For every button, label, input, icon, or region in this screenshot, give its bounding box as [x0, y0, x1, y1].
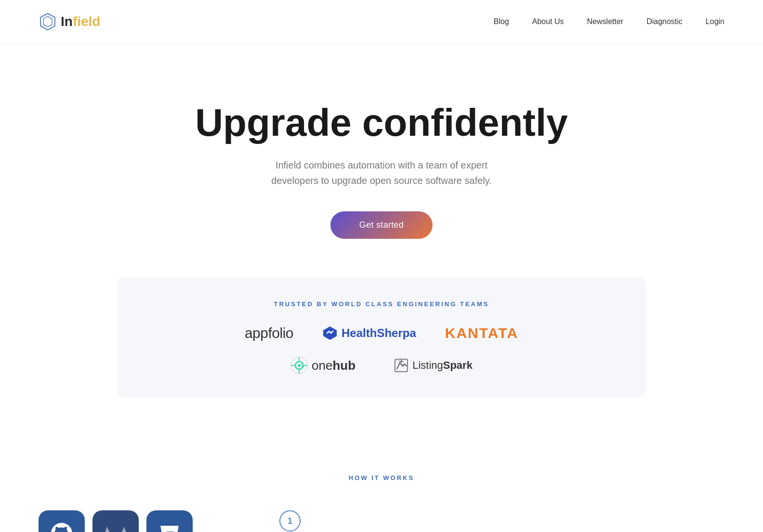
- logo-healthsherpa: HealthSherpa: [322, 325, 416, 341]
- nav-login[interactable]: Login: [706, 17, 724, 26]
- nav-blog[interactable]: Blog: [494, 17, 509, 26]
- trusted-section: TRUSTED BY WORLD CLASS ENGINEERING TEAMS…: [117, 277, 646, 397]
- github-icon: [49, 521, 74, 532]
- code-icons-column: andmore: [39, 510, 241, 532]
- logo-listingspark: ListingSpark: [394, 358, 473, 373]
- logos-row-1: appfolio HealthSherpa KANTATA: [145, 325, 618, 341]
- main-nav: Blog About Us Newsletter Diagnostic Logi…: [494, 17, 724, 26]
- logo[interactable]: Infield: [39, 13, 100, 31]
- hero-subtitle: Infield combines automation with a team …: [256, 157, 507, 188]
- logo-onehub: onehub: [290, 357, 355, 374]
- svg-marker-2: [323, 326, 337, 340]
- hero-section: Upgrade confidently Infield combines aut…: [0, 44, 763, 277]
- svg-marker-1: [43, 16, 52, 27]
- github-icon-box: [39, 510, 85, 532]
- bitbucket-icon-box: [146, 510, 193, 532]
- bitbucket-icon: [157, 521, 182, 532]
- gitlab-icon-box: [92, 510, 139, 532]
- healthsherpa-icon: [322, 325, 338, 341]
- nav-newsletter[interactable]: Newsletter: [587, 17, 624, 26]
- step-number: 1: [279, 510, 301, 532]
- logo-kantata: KANTATA: [445, 325, 518, 341]
- trusted-label: TRUSTED BY WORLD CLASS ENGINEERING TEAMS: [145, 300, 618, 308]
- gitlab-icon: [103, 521, 128, 532]
- svg-marker-0: [40, 13, 55, 30]
- how-it-works-section: HOW IT WORKS: [0, 436, 763, 532]
- onehub-icon: [290, 357, 308, 374]
- listingspark-icon: [394, 358, 408, 373]
- logo-appfolio: appfolio: [245, 325, 293, 341]
- nav-about-us[interactable]: About Us: [532, 17, 564, 26]
- site-header: Infield Blog About Us Newsletter Diagnos…: [0, 0, 763, 44]
- step-text-column: 1 Connect your code Get started using ou…: [279, 510, 724, 532]
- icons-row: [39, 510, 193, 532]
- how-it-works-label: HOW IT WORKS: [39, 474, 724, 481]
- svg-point-5: [298, 364, 301, 367]
- hero-title: Upgrade confidently: [195, 102, 567, 144]
- nav-diagnostic[interactable]: Diagnostic: [646, 17, 683, 26]
- logo-icon: [39, 13, 57, 31]
- how-it-works-content: andmore 1 Connect your code Get started …: [39, 510, 724, 532]
- get-started-button[interactable]: Get started: [330, 211, 433, 239]
- logos-row-2: onehub ListingSpark: [145, 357, 618, 374]
- logo-text: Infield: [61, 14, 100, 29]
